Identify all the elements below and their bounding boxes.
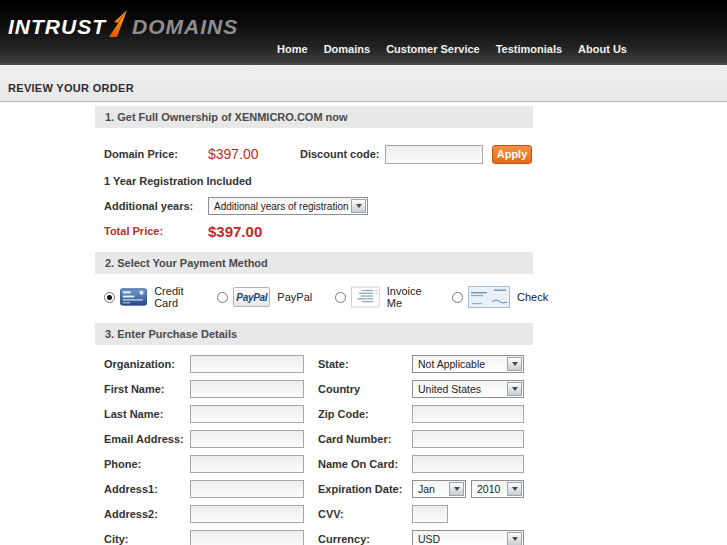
additional-years-row: Additional years: Additional years of re… bbox=[95, 196, 533, 216]
check-radio[interactable] bbox=[452, 292, 463, 303]
chevron-down-icon bbox=[351, 199, 366, 213]
credit-card-radio[interactable] bbox=[104, 292, 115, 303]
additional-years-select[interactable]: Additional years of registration bbox=[208, 197, 368, 215]
organization-label: Organization: bbox=[104, 358, 190, 370]
address1-input[interactable] bbox=[190, 480, 304, 498]
site-header: INTRUST DOMAINS Home Domains Customer Se… bbox=[0, 0, 727, 65]
logo-text-domains: DOMAINS bbox=[132, 15, 238, 39]
page-title-bar: REVIEW YOUR ORDER bbox=[0, 65, 727, 102]
country-label: Country bbox=[318, 383, 412, 395]
credit-card-icon bbox=[120, 285, 147, 309]
invoice-radio[interactable] bbox=[335, 292, 346, 303]
address2-input[interactable] bbox=[190, 505, 304, 523]
chevron-down-icon bbox=[507, 482, 522, 496]
chevron-down-icon bbox=[507, 532, 522, 545]
nav-testimonials[interactable]: Testimonials bbox=[496, 43, 562, 55]
zip-code-label: Zip Code: bbox=[318, 408, 412, 420]
payment-methods: Credit Card PayPal PayPal Invoice Me bbox=[95, 283, 533, 311]
state-selected-value: Not Applicable bbox=[418, 358, 485, 370]
chevron-down-icon bbox=[507, 382, 522, 396]
section-3-title: 3. Enter Purchase Details bbox=[105, 328, 237, 340]
currency-selected-value: USD bbox=[418, 533, 440, 545]
state-label: State: bbox=[318, 358, 412, 370]
cvv-label: CVV: bbox=[318, 508, 412, 520]
form-row: Address2: CVV: bbox=[95, 504, 533, 524]
payment-option-paypal[interactable]: PayPal PayPal bbox=[217, 287, 312, 307]
expiration-month-select[interactable]: Jan bbox=[412, 480, 466, 498]
cvv-input[interactable] bbox=[412, 505, 448, 523]
expiration-year-value: 2010 bbox=[477, 483, 500, 495]
chevron-down-icon bbox=[507, 357, 522, 371]
payment-label: Credit Card bbox=[154, 285, 194, 309]
first-name-input[interactable] bbox=[190, 380, 304, 398]
nav-about-us[interactable]: About Us bbox=[578, 43, 627, 55]
form-row: City: Currency: USD bbox=[95, 529, 533, 545]
currency-label: Currency: bbox=[318, 533, 412, 545]
additional-years-selected-value: Additional years of registration bbox=[214, 201, 349, 212]
expiration-date-label: Expiration Date: bbox=[318, 483, 412, 495]
phone-input[interactable] bbox=[190, 455, 304, 473]
email-input[interactable] bbox=[190, 430, 304, 448]
domain-price-row: Domain Price: $397.00 Discount code: App… bbox=[95, 144, 533, 164]
expiration-year-select[interactable]: 2010 bbox=[471, 480, 524, 498]
zip-code-input[interactable] bbox=[412, 405, 524, 423]
section-3-header: 3. Enter Purchase Details bbox=[95, 323, 533, 345]
organization-input[interactable] bbox=[190, 355, 304, 373]
address2-label: Address2: bbox=[104, 508, 190, 520]
payment-label: PayPal bbox=[277, 291, 312, 303]
section-2-header: 2. Select Your Payment Method bbox=[95, 252, 533, 274]
country-select[interactable]: United States bbox=[412, 380, 524, 398]
email-label: Email Address: bbox=[104, 433, 190, 445]
logo[interactable]: INTRUST DOMAINS bbox=[8, 15, 238, 39]
page-title: REVIEW YOUR ORDER bbox=[8, 82, 134, 94]
order-content: 1. Get Full Ownership of XENMICRO.COM no… bbox=[95, 102, 533, 545]
section-1-title: 1. Get Full Ownership of XENMICRO.COM no… bbox=[105, 111, 348, 123]
bank-check-icon bbox=[468, 286, 510, 308]
nav-customer-service[interactable]: Customer Service bbox=[386, 43, 480, 55]
nav-home[interactable]: Home bbox=[277, 43, 308, 55]
country-selected-value: United States bbox=[418, 383, 481, 395]
discount-code-label: Discount code: bbox=[300, 148, 385, 160]
total-price-row: Total Price: $397.00 bbox=[95, 221, 533, 241]
section-1-header: 1. Get Full Ownership of XENMICRO.COM no… bbox=[95, 106, 533, 128]
phone-label: Phone: bbox=[104, 458, 190, 470]
chevron-down-icon bbox=[449, 482, 464, 496]
domain-price-value: $397.00 bbox=[208, 146, 300, 162]
name-on-card-input[interactable] bbox=[412, 455, 524, 473]
section-2-title: 2. Select Your Payment Method bbox=[105, 257, 268, 269]
paypal-logo-icon: PayPal bbox=[233, 287, 270, 307]
registration-note: 1 Year Registration Included bbox=[104, 175, 533, 187]
city-label: City: bbox=[104, 533, 190, 545]
payment-option-credit-card[interactable]: Credit Card bbox=[104, 285, 194, 309]
form-row: First Name: Country United States bbox=[95, 379, 533, 399]
logo-text-intrust: INTRUST bbox=[8, 15, 106, 39]
total-price-value: $397.00 bbox=[208, 223, 262, 240]
form-row: Phone: Name On Card: bbox=[95, 454, 533, 474]
currency-select[interactable]: USD bbox=[412, 530, 524, 545]
state-select[interactable]: Not Applicable bbox=[412, 355, 524, 373]
orange-arrow-icon bbox=[108, 10, 128, 38]
discount-code-input[interactable] bbox=[385, 145, 483, 164]
total-price-label: Total Price: bbox=[104, 225, 208, 237]
paypal-radio[interactable] bbox=[217, 292, 228, 303]
additional-years-label: Additional years: bbox=[104, 200, 208, 212]
invoice-paper-icon bbox=[351, 284, 380, 310]
payment-option-check[interactable]: Check bbox=[452, 286, 548, 308]
payment-option-invoice[interactable]: Invoice Me bbox=[335, 284, 429, 310]
form-row: Organization: State: Not Applicable bbox=[95, 354, 533, 374]
main-nav: Home Domains Customer Service Testimonia… bbox=[277, 43, 627, 55]
domain-price-label: Domain Price: bbox=[104, 148, 208, 160]
form-row: Address1: Expiration Date: Jan 2010 bbox=[95, 479, 533, 499]
city-input[interactable] bbox=[190, 530, 304, 545]
payment-label: Invoice Me bbox=[387, 285, 429, 309]
nav-domains[interactable]: Domains bbox=[324, 43, 370, 55]
apply-button[interactable]: Apply bbox=[492, 145, 532, 164]
name-on-card-label: Name On Card: bbox=[318, 458, 412, 470]
address1-label: Address1: bbox=[104, 483, 190, 495]
card-number-input[interactable] bbox=[412, 430, 524, 448]
first-name-label: First Name: bbox=[104, 383, 190, 395]
card-number-label: Card Number: bbox=[318, 433, 412, 445]
purchase-details-form: Organization: State: Not Applicable Firs… bbox=[95, 354, 533, 545]
last-name-label: Last Name: bbox=[104, 408, 190, 420]
last-name-input[interactable] bbox=[190, 405, 304, 423]
